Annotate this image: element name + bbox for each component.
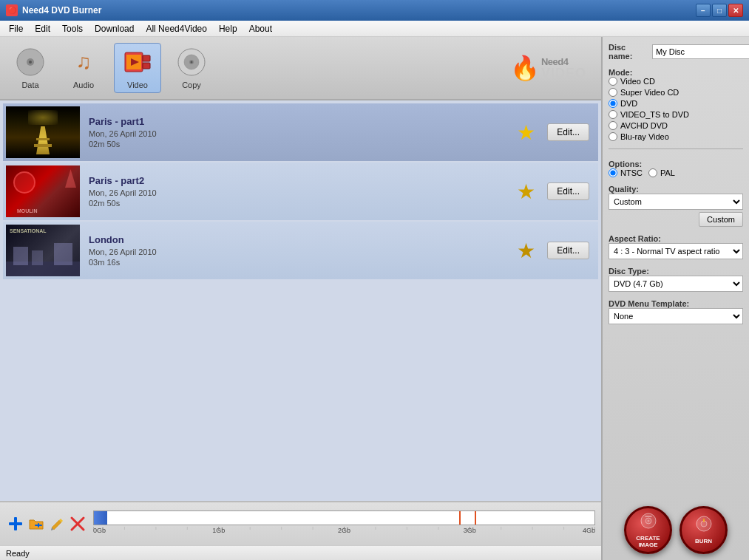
mode-label: Mode:: [609, 68, 743, 77]
video-date-london: Mon, 26 April 2010: [89, 247, 508, 256]
video-thumb-london: SENSATIONAL: [6, 225, 80, 276]
mode-avchd-radio[interactable]: [609, 121, 617, 130]
mode-bluray-label: Blu-ray Video: [620, 132, 669, 141]
edit-button-paris1[interactable]: Edit...: [547, 123, 589, 141]
disc-name-label: Disc name:: [609, 43, 649, 61]
mode-supervideo-radio[interactable]: [609, 88, 617, 97]
menu-download[interactable]: Download: [89, 22, 140, 35]
action-buttons: CREATE IMAGE BURN: [609, 500, 743, 554]
restore-button[interactable]: □: [712, 4, 727, 17]
video-info-london: London Mon, 26 April 2010 03m 16s: [86, 231, 511, 270]
mode-dvd-radio[interactable]: [609, 99, 617, 108]
menu-file[interactable]: File: [3, 22, 29, 35]
options-row: NTSC PAL: [609, 168, 743, 177]
right-panel: Disc name: Mode: Video CD Super Video CD…: [601, 37, 749, 560]
status-bar: Ready: [0, 545, 601, 560]
mode-supervideo-label: Super Video CD: [620, 88, 679, 97]
create-image-icon: [640, 512, 657, 533]
bottom-icons: [6, 514, 87, 533]
close-button[interactable]: ✕: [728, 4, 743, 17]
custom-quality-button[interactable]: Custom: [699, 212, 743, 227]
menu-edit[interactable]: Edit: [29, 22, 56, 35]
mode-toolbar: Data ♫ Audio Video: [0, 37, 601, 100]
aspect-ratio-section: Aspect Ratio: 4 : 3 - Normal TV aspect r…: [609, 231, 743, 259]
ntsc-row[interactable]: NTSC: [609, 168, 643, 177]
logo-video: VIDEO: [541, 66, 586, 80]
quality-dropdown[interactable]: Custom High Medium Low: [609, 194, 743, 210]
minimize-button[interactable]: −: [696, 4, 711, 17]
menu-about[interactable]: About: [243, 22, 278, 35]
video-duration-paris2: 02m 50s: [89, 199, 508, 208]
menu-tools[interactable]: Tools: [56, 22, 89, 35]
menu-template-section: DVD Menu Template: None: [609, 296, 743, 324]
video-title-paris1: Paris - part1: [89, 116, 508, 127]
mode-videocd-radio[interactable]: [609, 77, 617, 86]
bottom-toolbar: 0Gb 1Gb 2Gb 3Gb 4Gb: [0, 501, 601, 545]
svg-rect-13: [14, 517, 17, 530]
ntsc-label: NTSC: [620, 168, 643, 177]
video-title-paris2: Paris - part2: [89, 175, 508, 186]
video-star-paris2: ★: [517, 180, 535, 204]
mode-radio-group: Video CD Super Video CD DVD VIDEO_TS to …: [609, 77, 743, 141]
add-folder-button[interactable]: [27, 514, 46, 533]
disc-type-dropdown[interactable]: DVD (4.7 Gb) DVD (8.5 Gb) Blu-ray 25Gb: [609, 276, 743, 292]
svg-point-37: [647, 519, 649, 522]
video-item-paris1[interactable]: Paris - part1 Mon, 26 April 2010 02m 50s…: [3, 103, 598, 161]
mode-bluray-radio[interactable]: [609, 132, 617, 141]
svg-rect-15: [38, 523, 39, 527]
quality-label: Quality:: [609, 185, 743, 194]
mode-videots-radio[interactable]: [609, 110, 617, 119]
mode-avchd-row[interactable]: AVCHD DVD: [609, 121, 743, 130]
svg-point-2: [29, 61, 32, 64]
progress-scale: 0Gb 1Gb 2Gb 3Gb 4Gb: [93, 527, 595, 537]
mode-videocd-row[interactable]: Video CD: [609, 77, 743, 86]
mode-bluray-row[interactable]: Blu-ray Video: [609, 132, 743, 141]
mode-dvd-label: DVD: [620, 99, 637, 108]
create-image-button[interactable]: CREATE IMAGE: [624, 506, 672, 554]
pal-row[interactable]: PAL: [648, 168, 675, 177]
pal-radio[interactable]: [648, 168, 657, 177]
progress-marker2: [475, 511, 476, 525]
burn-icon: [695, 515, 713, 536]
flame-icon: 🔥: [510, 56, 540, 80]
menu-allneed4video[interactable]: All Need4Video: [140, 22, 213, 35]
video-info-paris1: Paris - part1 Mon, 26 April 2010 02m 50s: [86, 113, 511, 151]
pal-label: PAL: [660, 168, 675, 177]
toolbar-video[interactable]: Video: [114, 43, 161, 93]
create-image-label: CREATE IMAGE: [626, 536, 670, 549]
aspect-ratio-dropdown[interactable]: 4 : 3 - Normal TV aspect ratio 16 : 9 - …: [609, 243, 743, 259]
mode-dvd-row[interactable]: DVD: [609, 99, 743, 108]
edit-button-paris2[interactable]: Edit...: [547, 182, 589, 200]
ntsc-radio[interactable]: [609, 168, 617, 177]
disc-name-input[interactable]: [652, 44, 749, 59]
window-controls: − □ ✕: [696, 4, 743, 17]
svg-rect-7: [143, 63, 150, 69]
mode-videots-row[interactable]: VIDEO_TS to DVD: [609, 110, 743, 119]
toolbar-data[interactable]: Data: [7, 44, 53, 92]
video-duration-london: 03m 16s: [89, 258, 508, 267]
toolbar-video-label: Video: [127, 81, 148, 89]
toolbar-copy[interactable]: Copy: [169, 44, 214, 92]
options-label: Options:: [609, 160, 743, 168]
left-panel: Data ♫ Audio Video: [0, 37, 601, 560]
video-thumb-paris1: [6, 106, 80, 158]
toolbar-audio[interactable]: ♫ Audio: [61, 44, 106, 92]
aspect-ratio-label: Aspect Ratio:: [609, 234, 743, 243]
menu-template-dropdown[interactable]: None: [609, 308, 743, 324]
video-date-paris2: Mon, 26 April 2010: [89, 188, 508, 197]
video-item-paris2[interactable]: MOULIN Paris - part2 Mon, 26 April 2010 …: [3, 163, 598, 220]
divider1: [609, 148, 743, 149]
video-thumb-paris2: MOULIN: [6, 165, 80, 217]
video-list: Paris - part1 Mon, 26 April 2010 02m 50s…: [0, 100, 601, 501]
burn-button[interactable]: BURN: [679, 506, 728, 554]
delete-item-button[interactable]: [68, 514, 87, 533]
mode-supervideo-row[interactable]: Super Video CD: [609, 88, 743, 97]
video-item-london[interactable]: SENSATIONAL London Mon, 26 April 2010 03…: [3, 222, 598, 279]
add-item-button[interactable]: [6, 514, 25, 533]
progress-container: 0Gb 1Gb 2Gb 3Gb 4Gb: [93, 511, 595, 537]
edit-button-london[interactable]: Edit...: [547, 242, 589, 259]
video-info-paris2: Paris - part2 Mon, 26 April 2010 02m 50s: [86, 172, 511, 211]
menu-help[interactable]: Help: [213, 22, 243, 35]
options-section: Options: NTSC PAL: [609, 157, 743, 177]
edit-item-button[interactable]: [47, 514, 67, 533]
